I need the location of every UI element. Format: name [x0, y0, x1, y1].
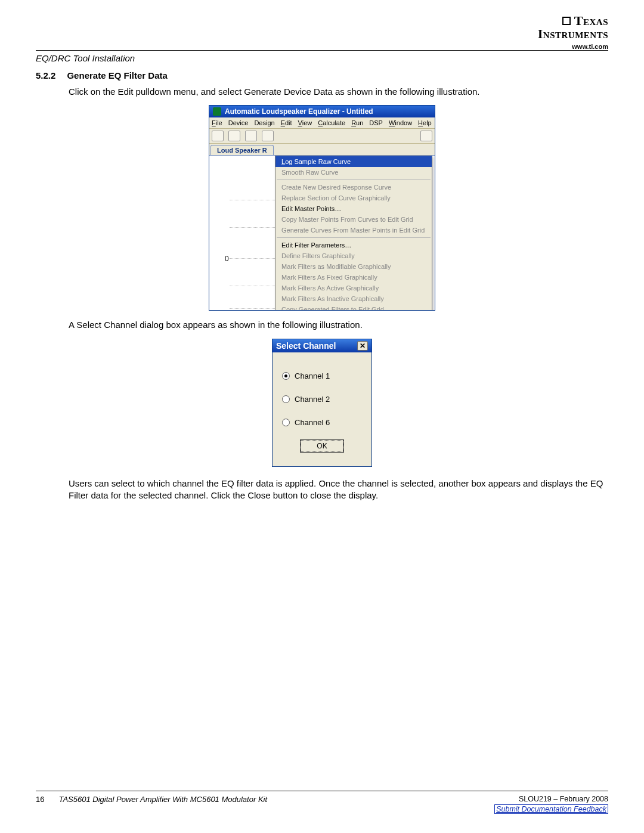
close-icon[interactable]: ✕: [357, 341, 368, 351]
paragraph-2: A Select Channel dialog box appears as s…: [69, 319, 608, 331]
window-title: Automatic Loudspeaker Equalizer - Untitl…: [225, 107, 373, 116]
radio-icon: [282, 395, 290, 403]
toolbar-button-save[interactable]: [228, 131, 240, 141]
menuitem-create-desired[interactable]: Create New Desired Response Curve: [275, 182, 432, 193]
radio-channel-2[interactable]: Channel 2: [278, 388, 366, 411]
menuitem-define-filters[interactable]: Define Filters Graphically: [275, 250, 432, 261]
ok-button[interactable]: OK: [301, 440, 343, 452]
menuitem-copy-generated[interactable]: Copy Generated Filters to Edit Grid: [275, 304, 432, 310]
section-title: Generate EQ Filter Data: [67, 70, 167, 80]
running-head: EQ/DRC Tool Installation: [36, 51, 608, 68]
menu-calculate[interactable]: Calculate: [318, 119, 345, 126]
menu-help[interactable]: Help: [418, 119, 432, 126]
dialog-titlebar: Select Channel ✕: [273, 339, 371, 352]
menuitem-edit-master[interactable]: Edit Master Points…: [275, 203, 432, 214]
tab-strip: Loud Speaker R: [209, 144, 435, 155]
radio-channel-6[interactable]: Channel 6: [278, 411, 366, 434]
footer-doc-title: TAS5601 Digital Power Amplifier With MC5…: [58, 795, 267, 804]
feedback-link[interactable]: Submit Documentation Feedback: [494, 804, 608, 814]
menuitem-log-sample[interactable]: Log Sample Raw Curve: [275, 156, 432, 167]
menuitem-mark-active[interactable]: Mark Filters As Active Graphically: [275, 283, 432, 293]
page-number: 16: [36, 795, 44, 804]
app-icon: [213, 107, 221, 116]
menuitem-smooth[interactable]: Smooth Raw Curve: [275, 167, 432, 178]
radio-label: Channel 2: [295, 395, 330, 404]
tab-loudspeaker[interactable]: Loud Speaker R: [210, 145, 274, 155]
menuitem-mark-fixed[interactable]: Mark Filters As Fixed Graphically: [275, 272, 432, 283]
section-number: 5.2.2: [36, 70, 64, 80]
footer-docid: SLOU219 – February 2008: [494, 795, 608, 803]
screenshot-select-channel-dialog: Select Channel ✕ Channel 1 Channel 2 Cha…: [272, 339, 372, 467]
radio-icon: [282, 372, 290, 380]
menuitem-mark-inactive[interactable]: Mark Filters As Inactive Graphically: [275, 293, 432, 304]
menuitem-generate-master[interactable]: Generate Curves From Master Points in Ed…: [275, 225, 432, 236]
radio-label: Channel 6: [295, 418, 330, 427]
paragraph-3: Users can select to which channel the EQ…: [69, 478, 608, 502]
menuitem-replace-section[interactable]: Replace Section of Curve Graphically: [275, 193, 432, 203]
paragraph-1: Click on the Edit pulldown menu, and sel…: [69, 86, 608, 98]
menu-run[interactable]: Run: [351, 119, 363, 126]
toolbar-button-print[interactable]: [245, 131, 257, 141]
toolbar-button-right[interactable]: [420, 131, 432, 141]
page-footer: 16 TAS5601 Digital Power Amplifier With …: [36, 791, 608, 814]
window-titlebar: Automatic Loudspeaker Equalizer - Untitl…: [209, 106, 435, 117]
menu-edit[interactable]: Edit: [281, 119, 292, 126]
chart-canvas: 0 Log Sample Raw Curve Smooth Raw Curve …: [209, 155, 435, 310]
logo-text-2: Instruments: [538, 27, 608, 41]
toolbar-button-list[interactable]: [262, 131, 274, 141]
ti-chip-icon: [561, 16, 572, 26]
screenshot-app-window: Automatic Loudspeaker Equalizer - Untitl…: [209, 105, 435, 311]
brand-logo-block: Texas Instruments www.ti.com: [538, 14, 608, 50]
menubar: File Device Design Edit View Calculate R…: [209, 117, 435, 129]
menuitem-copy-master[interactable]: Copy Master Points From Curves to Edit G…: [275, 214, 432, 225]
menu-view[interactable]: View: [298, 119, 312, 126]
logo-url: www.ti.com: [538, 43, 608, 50]
menu-dsp[interactable]: DSP: [369, 119, 383, 126]
menu-device[interactable]: Device: [228, 119, 249, 126]
radio-icon: [282, 419, 290, 426]
toolbar-button-open[interactable]: [212, 131, 224, 141]
toolbar: [209, 129, 435, 144]
menu-window[interactable]: Window: [389, 119, 412, 126]
edit-dropdown: Log Sample Raw Curve Smooth Raw Curve Cr…: [275, 156, 432, 310]
radio-channel-1[interactable]: Channel 1: [278, 364, 366, 388]
menuitem-mark-modifiable[interactable]: Mark Filters as Modifiable Graphically: [275, 261, 432, 272]
axis-zero-label: 0: [225, 255, 229, 263]
dialog-title: Select Channel: [276, 341, 336, 351]
menu-file[interactable]: File: [212, 119, 222, 126]
menu-design[interactable]: Design: [254, 119, 274, 126]
menuitem-edit-filter-params[interactable]: Edit Filter Parameters…: [275, 240, 432, 250]
radio-label: Channel 1: [295, 371, 330, 380]
